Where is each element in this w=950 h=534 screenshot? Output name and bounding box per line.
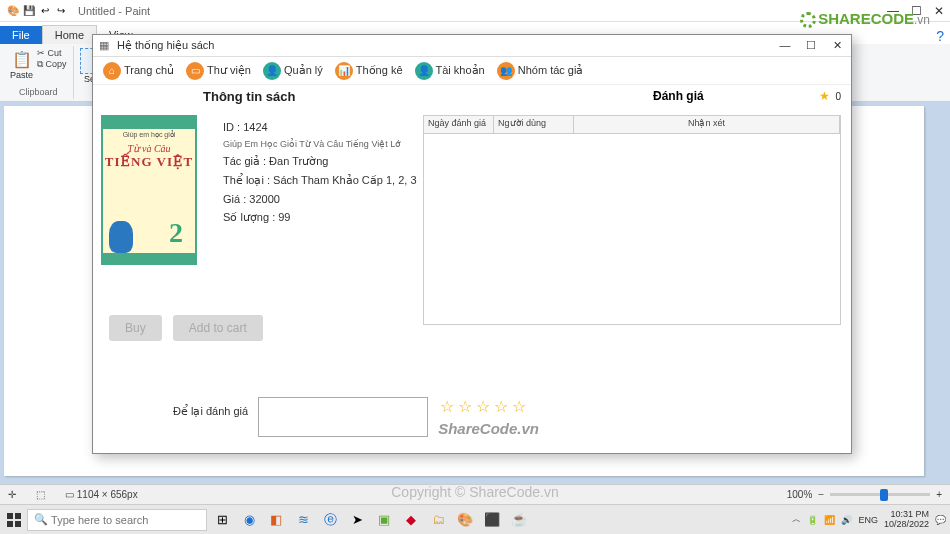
system-tray: ︿ 🔋 📶 🔊 ENG 10:31 PM 10/28/2022 💬 <box>792 510 946 530</box>
taskbar-app-4[interactable]: ▣ <box>372 508 396 532</box>
tray-wifi-icon[interactable]: 📶 <box>824 515 835 525</box>
action-buttons: Buy Add to cart <box>109 315 263 341</box>
app-window-controls: — ☐ ✕ <box>777 39 845 52</box>
cover-parrot-icon <box>109 221 133 253</box>
zoom-slider[interactable] <box>830 493 930 496</box>
nav-account[interactable]: 👤Tài khoản <box>411 60 489 82</box>
nav-manage[interactable]: 👤Quản lý <box>259 60 327 82</box>
taskbar-search[interactable]: 🔍 Type here to search <box>27 509 207 531</box>
help-icon[interactable]: ? <box>936 28 944 44</box>
status-right: 100% − + <box>787 489 942 500</box>
col-user: Người dùng <box>494 116 574 133</box>
taskbar-java[interactable]: ☕ <box>507 508 531 532</box>
nav-authors-label: Nhóm tác giả <box>518 64 584 77</box>
home-icon: ⌂ <box>103 62 121 80</box>
book-subtitle: Giúp Em Học Giỏi Từ Và Câu Tiếng Việt Lớ <box>223 139 443 149</box>
taskbar-explorer[interactable]: 🗂 <box>426 508 450 532</box>
canvas-size-value: 1104 × 656px <box>77 489 138 500</box>
copy-button[interactable]: ⧉ Copy <box>37 59 67 70</box>
nav-stats[interactable]: 📊Thống kê <box>331 60 407 82</box>
taskbar-app-3[interactable]: ➤ <box>345 508 369 532</box>
taskbar-vscode[interactable]: ≋ <box>291 508 315 532</box>
copy-label: Copy <box>46 59 67 69</box>
tray-battery-icon[interactable]: 🔋 <box>807 515 818 525</box>
cut-button[interactable]: ✂ Cut <box>37 48 67 58</box>
paste-icon: 📋 <box>11 48 33 70</box>
tray-chevron-icon[interactable]: ︿ <box>792 513 801 526</box>
book-info-column: ID : 1424 Giúp Em Học Giỏi Từ Và Câu Tiế… <box>223 115 443 230</box>
cover-top-bar <box>103 117 195 129</box>
book-category: Thể loại : Sách Tham Khảo Cấp 1, 2, 3 <box>223 174 443 187</box>
tab-file[interactable]: File <box>0 26 42 44</box>
col-comment: Nhận xét <box>574 116 840 133</box>
app-body: Thông tin sách Giúp em học giỏi Từ và Câ… <box>93 85 851 453</box>
paint-app-icon: 🎨 <box>6 4 20 18</box>
buy-button[interactable]: Buy <box>109 315 162 341</box>
library-icon: ▭ <box>186 62 204 80</box>
tab-home[interactable]: Home <box>42 25 97 44</box>
start-button[interactable] <box>4 510 24 530</box>
taskbar-app-1[interactable]: ◉ <box>237 508 261 532</box>
star-icon: ★ <box>819 89 830 103</box>
star-1[interactable]: ☆ <box>440 398 454 415</box>
sharecode-logo: SHARECODE.vn <box>800 10 930 28</box>
svg-rect-3 <box>15 521 21 527</box>
tray-volume-icon[interactable]: 🔊 <box>841 515 852 525</box>
cut-label: Cut <box>48 48 62 58</box>
taskbar-clock[interactable]: 10:31 PM 10/28/2022 <box>884 510 929 530</box>
windows-taskbar: 🔍 Type here to search ⊞ ◉ ◧ ≋ ⓔ ➤ ▣ ◆ 🗂 … <box>0 504 950 534</box>
taskbar-paint[interactable]: 🎨 <box>453 508 477 532</box>
nav-manage-label: Quản lý <box>284 64 323 77</box>
app-close-icon[interactable]: ✕ <box>829 39 845 52</box>
app-maximize-icon[interactable]: ☐ <box>803 39 819 52</box>
book-id: ID : 1424 <box>223 121 443 133</box>
task-view-icon[interactable]: ⊞ <box>210 508 234 532</box>
nav-home-label: Trang chủ <box>124 64 174 77</box>
zoom-out-button[interactable]: − <box>818 489 824 500</box>
star-3[interactable]: ☆ <box>476 398 490 415</box>
ribbon-group-clipboard: 📋 Paste ✂ Cut ⧉ Copy Clipboard <box>4 46 74 99</box>
app-titlebar: ▦ Hệ thống hiệu sách — ☐ ✕ <box>93 35 851 57</box>
redo-icon[interactable]: ↪ <box>54 4 68 18</box>
app-minimize-icon[interactable]: — <box>777 39 793 52</box>
close-icon[interactable]: ✕ <box>934 4 944 18</box>
search-placeholder: Type here to search <box>51 514 148 526</box>
taskbar-app-2[interactable]: ◧ <box>264 508 288 532</box>
notifications-icon[interactable]: 💬 <box>935 515 946 525</box>
taskbar-edge[interactable]: ⓔ <box>318 508 342 532</box>
paste-label: Paste <box>10 70 33 80</box>
taskbar-app-6[interactable]: ⬛ <box>480 508 504 532</box>
tray-lang-icon[interactable]: ENG <box>858 515 878 525</box>
review-textarea[interactable] <box>258 397 428 437</box>
svg-rect-2 <box>7 521 13 527</box>
nav-authors[interactable]: 👥Nhóm tác giả <box>493 60 588 82</box>
paint-window-title: Untitled - Paint <box>78 5 150 17</box>
svg-rect-1 <box>15 513 21 519</box>
undo-icon[interactable]: ↩ <box>38 4 52 18</box>
inner-watermark: ShareCode.vn <box>438 420 539 437</box>
cover-small-text: Giúp em học giỏi <box>103 131 195 139</box>
taskbar-app-5[interactable]: ◆ <box>399 508 423 532</box>
review-stars-and-watermark: ☆☆☆☆☆ ShareCode.vn <box>438 397 539 437</box>
clipboard-small-buttons: ✂ Cut ⧉ Copy <box>37 48 67 80</box>
cursor-pos-icon: ✛ <box>8 489 16 500</box>
zoom-thumb[interactable] <box>880 489 888 501</box>
add-to-cart-button[interactable]: Add to cart <box>173 315 263 341</box>
zoom-in-button[interactable]: + <box>936 489 942 500</box>
cover-bottom-bar <box>103 253 195 263</box>
star-2[interactable]: ☆ <box>458 398 472 415</box>
review-label: Để lại đánh giá <box>173 405 248 418</box>
rating-count: 0 <box>835 91 841 102</box>
paste-button[interactable]: 📋 Paste <box>10 48 33 80</box>
canvas-size: ▭ 1104 × 656px <box>65 489 138 500</box>
star-4[interactable]: ☆ <box>494 398 508 415</box>
star-5[interactable]: ☆ <box>512 398 526 415</box>
app-nav: ⌂Trang chủ ▭Thư viện 👤Quản lý 📊Thống kê … <box>93 57 851 85</box>
app-icon: ▦ <box>99 39 113 52</box>
nav-stats-label: Thống kê <box>356 64 403 77</box>
save-icon[interactable]: 💾 <box>22 4 36 18</box>
nav-home[interactable]: ⌂Trang chủ <box>99 60 178 82</box>
nav-library[interactable]: ▭Thư viện <box>182 60 255 82</box>
bookstore-app-window: ▦ Hệ thống hiệu sách — ☐ ✕ ⌂Trang chủ ▭T… <box>92 34 852 454</box>
review-table[interactable]: Ngày đánh giá Người dùng Nhận xét <box>423 115 841 325</box>
